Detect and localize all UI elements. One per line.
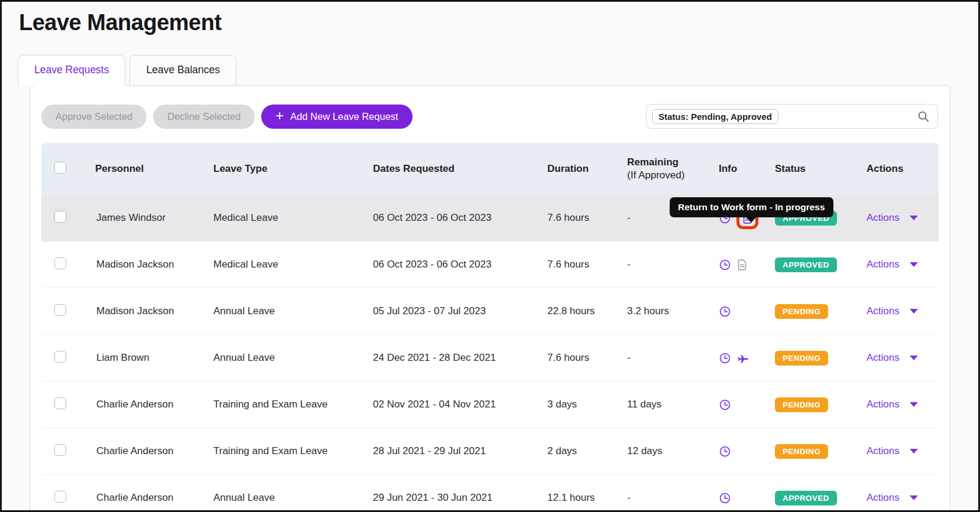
clock-icon[interactable] [719,305,731,318]
dates-requested: 06 Oct 2023 - 06 Oct 2023 [367,212,541,224]
column-header-remaining: Remaining (If Approved) [621,156,713,181]
table-row: Charlie AndersonTraining and Exam Leave0… [41,381,939,428]
leave-type: Medical Leave [207,259,367,270]
clock-icon[interactable] [719,399,731,411]
app-root: Leave Management Leave Requests Leave Ba… [2,10,978,512]
info-cell [713,259,769,271]
actions-label: Actions [867,352,900,364]
approve-selected-button[interactable]: Approve Selected [41,105,147,129]
column-header-personnel: Personnel [89,163,207,175]
chevron-down-icon [910,216,918,220]
row-checkbox[interactable] [54,397,66,409]
actions-dropdown[interactable]: Actions [867,399,939,410]
personnel-name: Charlie Anderson [89,492,207,504]
actions-label: Actions [867,445,900,457]
info-cell [713,492,769,504]
search-input[interactable]: Status: Pending, Approved [646,104,938,129]
status-badge: PENDING [775,351,828,366]
chevron-down-icon [910,449,918,454]
status-badge: APPROVED [775,491,837,506]
actions-label: Actions [867,399,900,410]
duration: 3 days [541,399,621,410]
remaining-balance: - [621,352,713,364]
plus-icon: + [275,109,284,123]
actions-dropdown[interactable]: Actions [867,259,939,270]
dates-requested: 28 Jul 2021 - 29 Jul 2021 [367,445,541,457]
actions-dropdown[interactable]: Actions [867,492,939,504]
tab-leave-balances[interactable]: Leave Balances [129,55,236,86]
remaining-balance: 11 days [621,399,713,410]
dates-requested: 05 Jul 2023 - 07 Jul 2023 [367,305,541,317]
remaining-balance: - [621,259,713,270]
table-header: Personnel Leave Type Dates Requested Dur… [41,143,939,195]
duration: 2 days [541,445,621,457]
personnel-name: Madison Jackson [89,305,207,317]
column-header-info: Info [713,163,769,175]
personnel-name: Liam Brown [89,352,207,364]
clock-icon[interactable] [719,259,731,271]
actions-label: Actions [867,259,900,270]
leave-type: Annual Leave [207,492,367,504]
actions-dropdown[interactable]: Actions [867,445,939,457]
row-checkbox[interactable] [54,304,66,316]
select-all-checkbox[interactable] [54,162,66,174]
tooltip-caret [747,217,756,223]
actions-dropdown[interactable]: Actions [867,352,939,364]
table-row: Liam BrownAnnual Leave24 Dec 2021 - 28 D… [41,335,939,381]
personnel-name: Charlie Anderson [89,399,207,410]
row-checkbox[interactable] [54,211,66,223]
search-icon[interactable] [917,110,930,123]
column-header-dates: Dates Requested [367,163,541,175]
row-checkbox[interactable] [54,444,66,456]
duration: 12.1 hours [541,492,621,504]
info-cell [713,445,769,458]
add-leave-request-button[interactable]: + Add New Leave Request [261,105,413,129]
chevron-down-icon [910,309,918,314]
actions-label: Actions [867,492,900,504]
row-checkbox[interactable] [54,351,66,363]
document-icon[interactable] [736,259,748,271]
remaining-balance: 3.2 hours [621,305,713,317]
chevron-down-icon [910,262,918,267]
info-cell [713,305,769,318]
leave-type: Annual Leave [207,305,367,317]
table-row: Madison JacksonMedical Leave06 Oct 2023 … [41,242,939,288]
info-cell [713,399,769,411]
table-row: Charlie AndersonAnnual Leave29 Jun 2021 … [41,475,939,512]
status-filter-chip[interactable]: Status: Pending, Approved [652,109,778,124]
leave-type: Training and Exam Leave [207,399,367,410]
leave-type: Medical Leave [207,212,367,224]
duration: 7.6 hours [541,212,621,224]
column-header-leave-type: Leave Type [207,163,367,175]
dates-requested: 02 Nov 2021 - 04 Nov 2021 [367,399,541,410]
row-checkbox[interactable] [54,257,66,269]
clock-icon[interactable] [719,352,731,364]
actions-dropdown[interactable]: Actions [867,212,939,224]
column-header-duration: Duration [541,163,621,175]
status-badge: PENDING [775,304,828,319]
add-leave-request-label: Add New Leave Request [290,111,398,122]
decline-selected-button[interactable]: Decline Selected [153,105,255,129]
info-cell [713,352,769,364]
personnel-name: Madison Jackson [89,259,207,270]
actions-label: Actions [867,212,900,224]
plane-icon[interactable] [736,352,750,364]
table-row: Madison JacksonAnnual Leave05 Jul 2023 -… [41,288,939,335]
remaining-balance: - [621,492,713,504]
column-header-actions: Actions [861,163,939,175]
status-badge: APPROVED [775,257,837,272]
dates-requested: 24 Dec 2021 - 28 Dec 2021 [367,352,541,364]
row-checkbox[interactable] [54,491,66,503]
page-title: Leave Management [19,10,978,35]
clock-icon[interactable] [719,492,731,504]
column-header-status: Status [769,163,861,175]
actions-dropdown[interactable]: Actions [867,305,939,317]
dates-requested: 29 Jun 2021 - 30 Jun 2021 [367,492,541,504]
actions-label: Actions [867,305,900,317]
info-tooltip: Return to Work form - In progress [670,197,833,217]
leave-type: Annual Leave [207,352,367,364]
leave-type: Training and Exam Leave [207,445,367,457]
tab-leave-requests[interactable]: Leave Requests [18,55,125,86]
clock-icon[interactable] [719,445,731,458]
toolbar: Approve Selected Decline Selected + Add … [30,86,950,129]
